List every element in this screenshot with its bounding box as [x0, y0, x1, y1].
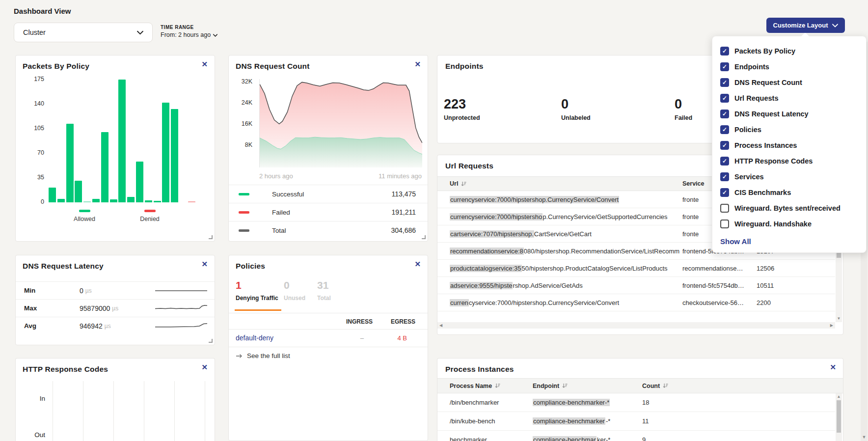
sparkline	[155, 285, 207, 296]
bar	[92, 199, 100, 202]
menu-item-wireguard-bytes[interactable]: Wireguard. Bytes sent/received	[712, 200, 866, 216]
gridline	[205, 381, 205, 441]
denied-swatch	[144, 210, 156, 212]
checkbox[interactable]	[720, 62, 729, 71]
card-title: DNS Request Count	[236, 62, 310, 71]
menu-item-http-response-codes[interactable]: HTTP Response Codes	[712, 153, 866, 169]
allowed-swatch	[79, 210, 90, 212]
legend-row: Successful 113,475	[229, 185, 428, 203]
checkbox[interactable]	[720, 47, 729, 55]
chevron-down-icon	[832, 22, 838, 29]
page-title: Dashboard View	[14, 7, 71, 15]
legend-denied: Denied	[128, 210, 172, 222]
gridline	[144, 381, 144, 441]
close-icon[interactable]: ✕	[201, 363, 208, 371]
tab-total[interactable]: 31 Total	[317, 280, 331, 302]
checkbox[interactable]	[720, 204, 729, 213]
successful-swatch	[239, 193, 249, 195]
checkbox[interactable]	[720, 141, 729, 150]
customize-layout-button[interactable]: Customize Layout	[766, 18, 845, 33]
close-icon[interactable]: ✕	[414, 60, 421, 68]
bar	[118, 80, 126, 202]
table-row: /bin/kube-bench compliance-benchmarker-*…	[437, 412, 835, 431]
checkbox[interactable]	[720, 172, 729, 181]
resize-handle[interactable]	[422, 235, 426, 239]
checkbox[interactable]	[720, 220, 729, 228]
checkbox[interactable]	[720, 157, 729, 165]
menu-item-dns-request-count[interactable]: DNS Request Count	[712, 75, 866, 90]
time-range-label: TIME RANGE	[161, 25, 217, 30]
chevron-down-icon	[137, 28, 143, 36]
bar	[49, 188, 56, 202]
menu-item-cis-benchmarks[interactable]: CIS Benchmarks	[712, 185, 866, 200]
bar	[57, 199, 65, 202]
column-header-url[interactable]: Url	[437, 180, 682, 187]
bar	[162, 103, 169, 202]
legend-row: Total 304,686	[229, 221, 428, 239]
scroll-down-icon[interactable]: ▼	[861, 435, 868, 440]
total-swatch	[239, 229, 249, 232]
card-dns-request-latency: DNS Request Latency ✕ Min 0 µs Max 95879…	[15, 255, 215, 345]
menu-item-endpoints[interactable]: Endpoints	[712, 59, 866, 75]
scroll-left-icon[interactable]: ◀	[439, 323, 442, 328]
menu-item-dns-request-latency[interactable]: DNS Request Latency	[712, 106, 866, 122]
scroll-up-icon[interactable]: ▲	[836, 394, 842, 399]
scrollbar-thumb[interactable]	[837, 400, 841, 433]
sort-icon	[461, 181, 466, 187]
checkbox[interactable]	[720, 125, 729, 134]
card-title: Packets By Policy	[23, 62, 89, 71]
process-table-body: /bin/benchmarker compliance-benchmarker-…	[437, 393, 835, 441]
menu-item-packets-by-policy[interactable]: Packets By Policy	[712, 43, 866, 59]
scroll-right-icon[interactable]: ▶	[830, 323, 833, 328]
checkbox[interactable]	[720, 188, 729, 197]
tab-unused[interactable]: 0 Unused	[284, 280, 305, 302]
close-icon[interactable]: ✕	[201, 60, 208, 68]
menu-item-services[interactable]: Services	[712, 169, 866, 185]
latency-rows: Min 0 µs Max 95879000 µs Avg 946942 µs	[16, 281, 215, 334]
failed-swatch	[239, 211, 249, 214]
menu-item-policies[interactable]: Policies	[712, 122, 866, 138]
column-header-endpoint[interactable]: Endpoint	[533, 383, 642, 389]
close-icon[interactable]: ✕	[201, 260, 208, 268]
show-all-link[interactable]: Show All	[720, 237, 866, 246]
column-header-process-name[interactable]: Process Name	[437, 383, 533, 389]
column-header-count[interactable]: Count	[642, 383, 686, 389]
bar	[110, 199, 117, 202]
stat-unlabeled: 0 Unlabeled	[561, 98, 591, 121]
scroll-down-icon[interactable]: ▼	[836, 316, 842, 321]
menu-item-process-instances[interactable]: Process Instances	[712, 138, 866, 153]
latency-row-avg: Avg 946942 µs	[16, 317, 215, 334]
policy-row: default-deny – 4 B	[229, 330, 428, 347]
card-title: Endpoints	[445, 62, 484, 71]
gridline	[83, 381, 83, 441]
close-icon[interactable]: ✕	[830, 363, 836, 371]
close-icon[interactable]: ✕	[414, 260, 421, 268]
view-selector[interactable]: Cluster	[14, 23, 153, 42]
bar	[136, 162, 143, 202]
bar	[101, 132, 108, 202]
sort-icon	[663, 383, 668, 388]
see-full-list-link[interactable]: See the full list	[236, 352, 290, 359]
checkbox[interactable]	[720, 110, 729, 118]
resize-handle[interactable]	[209, 339, 213, 343]
bar	[75, 181, 82, 202]
resize-handle[interactable]	[209, 235, 213, 239]
time-range-from[interactable]: From: 2 hours ago	[161, 31, 217, 38]
table-row: /bin/benchmarker compliance-benchmarker-…	[437, 393, 835, 412]
process-table-header: Process Name Endpoint Count	[437, 378, 843, 393]
x-axis-labels: 2 hours ago 11 minutes ago	[259, 172, 422, 180]
tab-denying-traffic[interactable]: 1 Denying Traffic	[236, 280, 278, 302]
menu-item-url-requests[interactable]: Url Requests	[712, 90, 866, 106]
checkbox[interactable]	[720, 78, 729, 87]
stat-failed: 0 Failed	[675, 98, 692, 121]
bar	[145, 200, 152, 202]
table-row: adservice:9555/hipstershop.AdService/Get…	[437, 277, 835, 294]
menu-item-wireguard-handshake[interactable]: Wireguard. Handshake	[712, 216, 866, 232]
table-horizontal-scrollbar[interactable]: ◀ ▶	[437, 322, 835, 329]
gridline	[174, 381, 175, 441]
table-vertical-scrollbar[interactable]: ▲	[836, 393, 842, 441]
card-title: DNS Request Latency	[23, 262, 104, 271]
policy-link[interactable]: default-deny	[236, 334, 273, 342]
table-row: benchmarker compliance-benchmarker-* 9	[437, 431, 835, 441]
checkbox[interactable]	[720, 94, 729, 103]
